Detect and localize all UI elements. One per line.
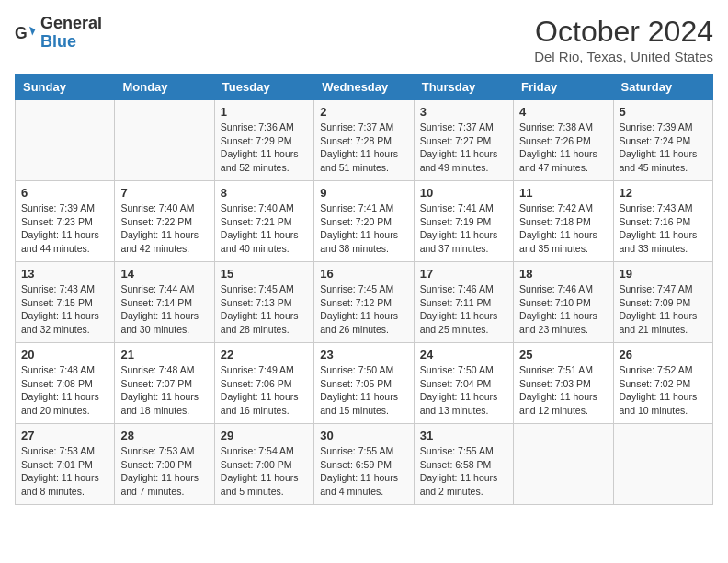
day-info: Sunrise: 7:45 AMSunset: 7:13 PMDaylight:… (221, 282, 308, 337)
day-info: Sunrise: 7:48 AMSunset: 7:07 PMDaylight:… (120, 363, 208, 418)
day-info: Sunrise: 7:52 AMSunset: 7:02 PMDaylight:… (620, 363, 707, 418)
day-number: 19 (620, 267, 707, 281)
calendar-day-cell: 22Sunrise: 7:49 AMSunset: 7:06 PMDayligh… (214, 343, 313, 424)
calendar-day-cell (514, 424, 613, 505)
calendar-day-cell: 4Sunrise: 7:38 AMSunset: 7:26 PMDaylight… (514, 100, 613, 181)
day-info: Sunrise: 7:53 AMSunset: 7:00 PMDaylight:… (120, 444, 208, 499)
day-number: 15 (221, 267, 308, 281)
calendar-table: SundayMondayTuesdayWednesdayThursdayFrid… (15, 74, 713, 505)
calendar-day-cell: 13Sunrise: 7:43 AMSunset: 7:15 PMDayligh… (16, 262, 115, 343)
calendar-day-cell: 24Sunrise: 7:50 AMSunset: 7:04 PMDayligh… (414, 343, 513, 424)
day-number: 13 (21, 267, 108, 281)
day-number: 1 (221, 105, 308, 119)
title-section: October 2024 Del Rio, Texas, United Stat… (534, 15, 713, 64)
logo-general: General (40, 15, 102, 33)
weekday-header-wednesday: Wednesday (314, 75, 414, 100)
calendar-day-cell: 19Sunrise: 7:47 AMSunset: 7:09 PMDayligh… (613, 262, 712, 343)
calendar-week-row: 1Sunrise: 7:36 AMSunset: 7:29 PMDaylight… (16, 100, 713, 181)
day-info: Sunrise: 7:36 AMSunset: 7:29 PMDaylight:… (221, 121, 308, 175)
logo-blue: Blue (40, 33, 102, 52)
day-info: Sunrise: 7:50 AMSunset: 7:05 PMDaylight:… (320, 363, 407, 418)
day-number: 16 (320, 267, 407, 281)
calendar-day-cell: 30Sunrise: 7:55 AMSunset: 6:59 PMDayligh… (314, 424, 414, 505)
weekday-header-saturday: Saturday (613, 75, 712, 100)
day-info: Sunrise: 7:39 AMSunset: 7:23 PMDaylight:… (21, 201, 108, 256)
weekday-header-monday: Monday (115, 75, 214, 100)
weekday-header-row: SundayMondayTuesdayWednesdayThursdayFrid… (16, 75, 713, 100)
svg-text:G: G (15, 23, 28, 41)
calendar-day-cell: 11Sunrise: 7:42 AMSunset: 7:18 PMDayligh… (514, 181, 613, 262)
day-number: 31 (420, 429, 507, 442)
day-number: 26 (620, 348, 707, 362)
calendar-day-cell: 29Sunrise: 7:54 AMSunset: 7:00 PMDayligh… (214, 424, 313, 505)
calendar-week-row: 27Sunrise: 7:53 AMSunset: 7:01 PMDayligh… (16, 424, 713, 505)
day-number: 20 (21, 348, 108, 362)
logo: G General Blue (15, 15, 102, 52)
day-info: Sunrise: 7:41 AMSunset: 7:19 PMDaylight:… (420, 201, 507, 256)
day-number: 8 (221, 186, 308, 200)
calendar-day-cell: 3Sunrise: 7:37 AMSunset: 7:27 PMDaylight… (414, 100, 513, 181)
calendar-day-cell: 21Sunrise: 7:48 AMSunset: 7:07 PMDayligh… (115, 343, 214, 424)
day-info: Sunrise: 7:51 AMSunset: 7:03 PMDaylight:… (519, 363, 607, 418)
calendar-day-cell (16, 100, 115, 181)
calendar-day-cell: 25Sunrise: 7:51 AMSunset: 7:03 PMDayligh… (514, 343, 613, 424)
day-number: 6 (21, 186, 108, 200)
weekday-header-thursday: Thursday (414, 75, 513, 100)
calendar-week-row: 20Sunrise: 7:48 AMSunset: 7:08 PMDayligh… (16, 343, 713, 424)
calendar-day-cell: 14Sunrise: 7:44 AMSunset: 7:14 PMDayligh… (115, 262, 214, 343)
calendar-day-cell (613, 424, 712, 505)
day-number: 24 (420, 348, 507, 362)
day-info: Sunrise: 7:49 AMSunset: 7:06 PMDaylight:… (221, 363, 308, 418)
calendar-day-cell: 7Sunrise: 7:40 AMSunset: 7:22 PMDaylight… (115, 181, 214, 262)
day-info: Sunrise: 7:55 AMSunset: 6:58 PMDaylight:… (420, 444, 507, 499)
svg-marker-1 (29, 27, 35, 36)
logo-icon: G (15, 22, 37, 44)
day-info: Sunrise: 7:47 AMSunset: 7:09 PMDaylight:… (620, 282, 707, 337)
day-number: 11 (519, 186, 607, 200)
day-number: 3 (420, 105, 507, 119)
calendar-day-cell: 18Sunrise: 7:46 AMSunset: 7:10 PMDayligh… (514, 262, 613, 343)
day-info: Sunrise: 7:53 AMSunset: 7:01 PMDaylight:… (21, 444, 108, 499)
calendar-day-cell: 27Sunrise: 7:53 AMSunset: 7:01 PMDayligh… (16, 424, 115, 505)
day-info: Sunrise: 7:45 AMSunset: 7:12 PMDaylight:… (320, 282, 407, 337)
day-info: Sunrise: 7:46 AMSunset: 7:11 PMDaylight:… (420, 282, 507, 337)
day-info: Sunrise: 7:46 AMSunset: 7:10 PMDaylight:… (519, 282, 607, 337)
weekday-header-tuesday: Tuesday (214, 75, 313, 100)
day-number: 14 (120, 267, 208, 281)
day-info: Sunrise: 7:43 AMSunset: 7:16 PMDaylight:… (620, 201, 707, 256)
calendar-day-cell: 9Sunrise: 7:41 AMSunset: 7:20 PMDaylight… (314, 181, 414, 262)
calendar-week-row: 13Sunrise: 7:43 AMSunset: 7:15 PMDayligh… (16, 262, 713, 343)
day-number: 4 (519, 105, 607, 119)
calendar-day-cell: 5Sunrise: 7:39 AMSunset: 7:24 PMDaylight… (613, 100, 712, 181)
calendar-day-cell: 12Sunrise: 7:43 AMSunset: 7:16 PMDayligh… (613, 181, 712, 262)
calendar-day-cell: 10Sunrise: 7:41 AMSunset: 7:19 PMDayligh… (414, 181, 513, 262)
day-number: 21 (120, 348, 208, 362)
weekday-header-friday: Friday (514, 75, 613, 100)
day-number: 9 (320, 186, 407, 200)
page-header: G General Blue October 2024 Del Rio, Tex… (15, 15, 713, 64)
day-number: 17 (420, 267, 507, 281)
day-info: Sunrise: 7:55 AMSunset: 6:59 PMDaylight:… (320, 444, 407, 499)
day-number: 5 (620, 105, 707, 119)
day-info: Sunrise: 7:39 AMSunset: 7:24 PMDaylight:… (620, 121, 707, 175)
calendar-day-cell: 26Sunrise: 7:52 AMSunset: 7:02 PMDayligh… (613, 343, 712, 424)
day-info: Sunrise: 7:40 AMSunset: 7:22 PMDaylight:… (120, 201, 208, 256)
day-number: 18 (519, 267, 607, 281)
day-info: Sunrise: 7:40 AMSunset: 7:21 PMDaylight:… (221, 201, 308, 256)
day-number: 10 (420, 186, 507, 200)
day-number: 25 (519, 348, 607, 362)
day-number: 29 (221, 429, 308, 442)
calendar-day-cell: 8Sunrise: 7:40 AMSunset: 7:21 PMDaylight… (214, 181, 313, 262)
day-number: 28 (120, 429, 208, 442)
day-info: Sunrise: 7:48 AMSunset: 7:08 PMDaylight:… (21, 363, 108, 418)
location-title: Del Rio, Texas, United States (534, 49, 713, 64)
day-number: 7 (120, 186, 208, 200)
day-number: 22 (221, 348, 308, 362)
calendar-day-cell: 1Sunrise: 7:36 AMSunset: 7:29 PMDaylight… (214, 100, 313, 181)
calendar-day-cell: 6Sunrise: 7:39 AMSunset: 7:23 PMDaylight… (16, 181, 115, 262)
day-info: Sunrise: 7:44 AMSunset: 7:14 PMDaylight:… (120, 282, 208, 337)
calendar-day-cell: 23Sunrise: 7:50 AMSunset: 7:05 PMDayligh… (314, 343, 414, 424)
calendar-day-cell (115, 100, 214, 181)
day-info: Sunrise: 7:54 AMSunset: 7:00 PMDaylight:… (221, 444, 308, 499)
calendar-day-cell: 16Sunrise: 7:45 AMSunset: 7:12 PMDayligh… (314, 262, 414, 343)
